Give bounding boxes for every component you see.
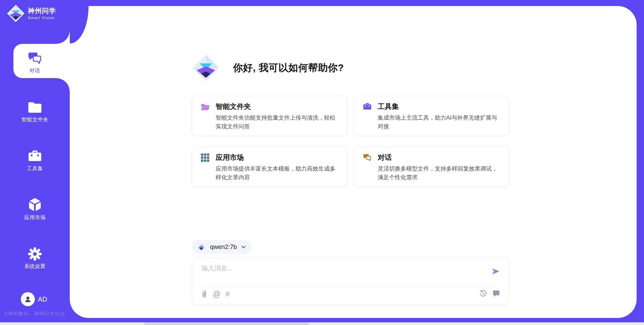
model-selector[interactable]: qwen2:7b <box>192 240 252 254</box>
grid-icon <box>201 153 210 162</box>
chat-bubbles-icon <box>0 50 70 66</box>
brand-logo: 神州问学 Smart Vision <box>7 4 56 22</box>
sidebar-item-toolset[interactable]: 工具集 <box>0 148 70 172</box>
at-sign-icon[interactable]: @ <box>213 290 220 299</box>
chevron-down-icon <box>241 246 246 249</box>
horizontal-scrollbar-track[interactable] <box>0 322 644 325</box>
send-icon[interactable] <box>491 267 500 275</box>
sidebar-item-smart-folder[interactable]: 智能文件夹 <box>0 99 70 123</box>
gem-logo-icon <box>197 243 206 251</box>
gem-logo-icon <box>192 54 220 82</box>
horizontal-scrollbar-thumb[interactable] <box>144 322 309 325</box>
card-title: 对话 <box>378 153 392 162</box>
sidebar-item-label: 工具集 <box>0 165 70 172</box>
card-title: 工具集 <box>378 102 399 111</box>
sidebar-item-settings[interactable]: 系统设置 <box>0 246 70 270</box>
chat-icon <box>363 153 372 162</box>
greeting: 你好, 我可以如何帮助你? <box>192 54 344 82</box>
user-name: AD <box>38 296 47 303</box>
history-icon[interactable] <box>479 290 487 298</box>
card-toolset[interactable]: 工具集 集成市场上主流工具，助力AI与外界无缝扩展与对接 <box>354 96 509 136</box>
feature-cards: 智能文件夹 智能文件夹功能支持批量文件上传与清洗，轻松实现文件问答 工具集 集成… <box>192 96 509 187</box>
greeting-title: 你好, 我可以如何帮助你? <box>233 61 344 75</box>
card-chat[interactable]: 对话 灵活切换多模型文件，支持多样回复效果调试，满足个性化需求 <box>354 147 509 187</box>
sidebar-item-chat[interactable]: 对话 <box>0 50 70 74</box>
sidebar-item-app-market[interactable]: 应用市场 <box>0 197 70 221</box>
person-icon <box>24 295 32 303</box>
sidebar-footer-credit: ©神州数码 · 神州问学出品 <box>4 311 65 317</box>
card-title: 应用市场 <box>216 153 244 162</box>
cube-icon <box>0 197 70 213</box>
hash-icon[interactable]: # <box>225 290 229 299</box>
sidebar-item-label: 应用市场 <box>0 214 70 221</box>
card-description: 集成市场上主流工具，助力AI与外界无缝扩展与对接 <box>378 114 502 131</box>
brand-subtitle: Smart Vision <box>28 16 56 20</box>
brand-name: 神州问学 <box>28 7 56 14</box>
toolbox-icon <box>0 148 70 164</box>
user-row[interactable]: AD <box>0 292 70 306</box>
card-description: 灵活切换多模型文件，支持多样回复效果调试，满足个性化需求 <box>378 165 502 182</box>
sidebar: 神州问学 Smart Vision 对话 智能文件夹 <box>0 0 70 325</box>
card-app-market[interactable]: 应用市场 应用市场提供丰富长文本模板，助力高效生成多样化文章内容 <box>192 147 347 187</box>
folder-icon <box>0 99 70 115</box>
model-name: qwen2:7b <box>210 243 237 251</box>
card-description: 应用市场提供丰富长文本模板，助力高效生成多样化文章内容 <box>216 165 340 182</box>
paperclip-icon[interactable] <box>201 290 208 299</box>
message-input[interactable] <box>201 263 483 283</box>
sidebar-item-label: 系统设置 <box>0 263 70 270</box>
message-composer: @ # <box>192 257 509 305</box>
card-description: 智能文件夹功能支持批量文件上传与清洗，轻松实现文件问答 <box>216 114 340 131</box>
gear-icon <box>0 246 70 262</box>
sidebar-item-label: 对话 <box>0 67 70 74</box>
avatar[interactable] <box>21 292 35 306</box>
card-title: 智能文件夹 <box>216 102 251 111</box>
app-window: 神州问学 Smart Vision 对话 智能文件夹 <box>0 0 644 325</box>
briefcase-icon <box>363 102 372 111</box>
composer-divider <box>200 286 501 287</box>
sidebar-item-label: 智能文件夹 <box>0 116 70 123</box>
chat-bubble-icon[interactable] <box>492 290 500 297</box>
folder-open-icon <box>201 102 210 111</box>
card-smart-folder[interactable]: 智能文件夹 智能文件夹功能支持批量文件上传与清洗，轻松实现文件问答 <box>192 96 347 136</box>
gem-logo-icon <box>7 4 25 22</box>
